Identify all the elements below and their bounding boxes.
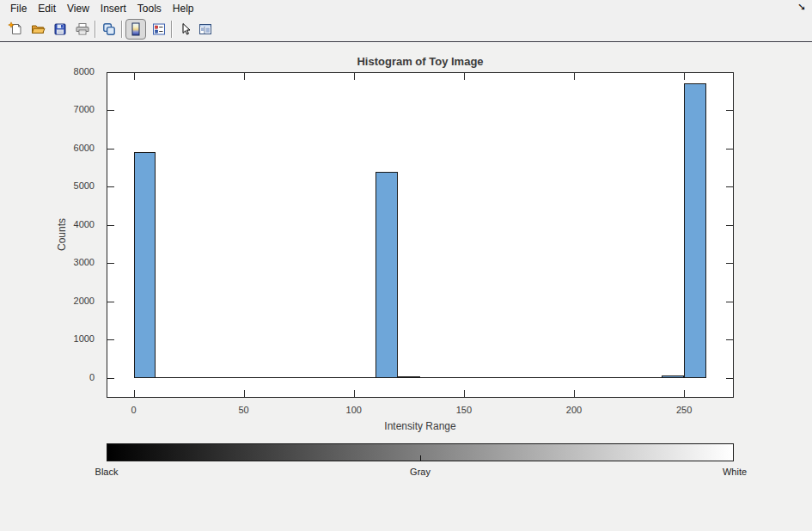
pointer-mode-button[interactable] bbox=[175, 19, 196, 40]
save-button[interactable] bbox=[50, 19, 70, 40]
new-document-icon bbox=[8, 21, 23, 37]
new-figure-button[interactable] bbox=[5, 19, 26, 40]
copy-button[interactable] bbox=[99, 19, 119, 40]
resize-arrow-icon: ➘ bbox=[797, 1, 806, 13]
open-button[interactable] bbox=[27, 19, 48, 40]
menu-item-edit[interactable]: Edit bbox=[34, 1, 60, 16]
figure-canvas: Histogram of Toy Image bbox=[0, 43, 812, 531]
open-folder-icon bbox=[30, 21, 46, 37]
copy-icon bbox=[101, 21, 117, 37]
legend-icon bbox=[151, 21, 167, 37]
toolbar-separator bbox=[171, 21, 172, 38]
menu-item-insert[interactable]: Insert bbox=[96, 1, 131, 16]
pointer-icon bbox=[178, 21, 193, 37]
toolbar-separator bbox=[121, 21, 122, 38]
save-icon bbox=[52, 21, 68, 37]
menu-item-tools[interactable]: Tools bbox=[133, 1, 166, 16]
chart-title: Histogram of Toy Image bbox=[107, 55, 734, 68]
menu-item-help[interactable]: Help bbox=[168, 1, 198, 16]
colorbar-toggle-button[interactable] bbox=[125, 19, 146, 40]
toolbar-separator bbox=[95, 21, 95, 38]
toolbar bbox=[0, 17, 812, 42]
figure-properties-button[interactable] bbox=[195, 19, 216, 40]
menu-bar: FileEditViewInsertToolsHelp bbox=[0, 0, 812, 17]
print-icon bbox=[75, 21, 90, 37]
figure-properties-icon bbox=[198, 21, 213, 37]
menu-item-view[interactable]: View bbox=[63, 1, 94, 16]
menu-item-file[interactable]: File bbox=[6, 1, 31, 16]
print-button[interactable] bbox=[72, 19, 93, 40]
legend-toggle-button[interactable] bbox=[149, 19, 169, 40]
colorbar-icon bbox=[128, 21, 143, 37]
